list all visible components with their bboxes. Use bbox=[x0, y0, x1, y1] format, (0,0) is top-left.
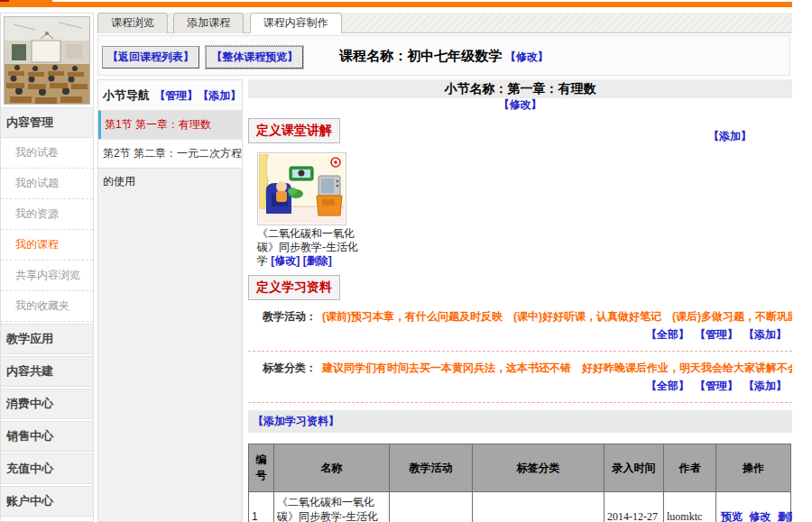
lecture-add-link[interactable]: 【添加】 bbox=[708, 129, 752, 144]
tab-bar: 课程浏览 添加课程 课程内容制作 bbox=[97, 13, 792, 33]
sidebar-section-content-management[interactable]: 内容管理 bbox=[1, 107, 93, 138]
materials-table: 编号 名称 教学活动 标签分类 录入时间 作者 操作 1 《二氧化碳和一氧化碳》… bbox=[248, 444, 791, 522]
lecture-thumbnail-delete-link[interactable]: [删除] bbox=[303, 254, 332, 267]
sidebar-section-recharge-center[interactable]: 充值中心 bbox=[1, 453, 93, 484]
activity-all-link[interactable]: 【全部】 bbox=[646, 328, 689, 341]
section-nav-item-1[interactable]: 第1节 第一章：有理数 bbox=[98, 110, 242, 139]
sidebar-item-my-favorites[interactable]: 我的收藏夹 bbox=[1, 291, 93, 322]
classroom-photo-image bbox=[5, 17, 89, 104]
table-header-row: 编号 名称 教学活动 标签分类 录入时间 作者 操作 bbox=[249, 444, 791, 492]
define-lecture-label: 定义课堂讲解 bbox=[248, 118, 340, 143]
classroom-photo bbox=[4, 16, 90, 105]
define-materials-row: 定义学习资料 bbox=[248, 275, 792, 300]
dashed-divider-1 bbox=[248, 351, 792, 352]
tags-add-link[interactable]: 【添加】 bbox=[743, 380, 787, 392]
col-tags: 标签分类 bbox=[473, 444, 604, 492]
row-delete-link[interactable]: 删除 bbox=[778, 510, 792, 522]
content-area: 小节名称：第一章：有理数 【修改】 定义课堂讲解 【添加】 bbox=[248, 79, 792, 522]
section-nav-title: 小节导航 bbox=[103, 88, 150, 102]
section-nav-panel: 小节导航 【管理】【添加】 第1节 第一章：有理数 第2节 第二章：一元二次方程… bbox=[97, 79, 243, 522]
cell-id: 1 bbox=[249, 492, 274, 522]
tags-manage-link[interactable]: 【管理】 bbox=[695, 380, 738, 392]
dashed-divider-2 bbox=[248, 402, 792, 403]
lecture-thumbnail[interactable] bbox=[257, 152, 346, 225]
main-area: 课程浏览 添加课程 课程内容制作 【返回课程列表】 【整体课程预览】 课程名称：… bbox=[97, 13, 792, 522]
row-modify-link[interactable]: 修改 bbox=[749, 510, 770, 522]
page: 内容管理 我的试卷 我的试题 我的资源 我的课程 共享内容浏览 我的收藏夹 教学… bbox=[0, 0, 812, 522]
tab-course-browse[interactable]: 课程浏览 bbox=[97, 13, 168, 33]
tag-category-label: 标签分类： bbox=[263, 362, 317, 374]
define-lecture-row: 定义课堂讲解 【添加】 bbox=[248, 118, 792, 143]
sidebar-menu: 内容管理 我的试卷 我的试题 我的资源 我的课程 共享内容浏览 我的收藏夹 教学… bbox=[1, 107, 93, 517]
sidebar-item-my-questions[interactable]: 我的试题 bbox=[1, 169, 93, 199]
table-row: 1 《二氧化碳和一氧化碳》同步教学-生活化学 2014-12-27 luomkt… bbox=[249, 492, 791, 522]
sidebar-section-teaching-apps[interactable]: 教学应用 bbox=[1, 324, 93, 354]
section-nav-header: 小节导航 【管理】【添加】 bbox=[98, 80, 242, 110]
cell-activity bbox=[390, 492, 473, 522]
lecture-item: 《二氧化碳和一氧化碳》同步教学-生活化学 [修改] [删除] bbox=[257, 152, 358, 268]
topbar-orange-tab bbox=[9, 0, 52, 7]
section-name-band: 小节名称：第一章：有理数 bbox=[248, 79, 792, 98]
col-name: 名称 bbox=[274, 444, 390, 492]
sidebar-section-consumption-center[interactable]: 消费中心 bbox=[1, 389, 93, 419]
teaching-activity-block: 教学活动：(课前)预习本章，有什么问题及时反映 (课中)好好听课，认真做好笔记 … bbox=[263, 309, 792, 343]
tag-category-block: 标签分类：建议同学们有时间去买一本黄冈兵法，这本书还不错 好好昨晚课后作业，明天… bbox=[263, 361, 792, 394]
sidebar-item-my-resources[interactable]: 我的资源 bbox=[1, 199, 93, 230]
col-author: 作者 bbox=[664, 444, 716, 492]
activity-add-link[interactable]: 【添加】 bbox=[743, 328, 787, 341]
col-activity: 教学活动 bbox=[390, 444, 473, 492]
tag-category-text: 建议同学们有时间去买一本黄冈兵法，这本书还不错 好好昨晚课后作业，明天我会给大家… bbox=[322, 362, 792, 374]
section-name-modify-link[interactable]: 【修改】 bbox=[499, 98, 542, 111]
course-header-band: 【返回课程列表】 【整体课程预览】 课程名称：初中七年级数学 【修改】 bbox=[97, 35, 790, 76]
sidebar-item-my-papers[interactable]: 我的试卷 bbox=[1, 138, 93, 169]
lecture-thumbnail-modify-link[interactable]: [修改] bbox=[271, 254, 300, 267]
course-title-wrap: 课程名称：初中七年级数学 【修改】 bbox=[98, 48, 789, 65]
sidebar-item-my-courses[interactable]: 我的课程 bbox=[1, 230, 93, 261]
section-nav-item-2[interactable]: 第2节 第二章：一元二次方程 bbox=[98, 139, 242, 168]
tag-category-links: 【全部】【管理】【添加】 bbox=[263, 379, 792, 394]
tags-all-link[interactable]: 【全部】 bbox=[646, 380, 689, 392]
cell-date: 2014-12-27 bbox=[604, 492, 664, 522]
lecture-thumbnail-caption: 《二氧化碳和一氧化碳》同步教学-生活化学 [修改] [删除] bbox=[257, 227, 358, 268]
col-date: 录入时间 bbox=[604, 444, 664, 492]
course-name-modify-link[interactable]: 【修改】 bbox=[505, 50, 549, 63]
section-name-label: 小节名称：第一章：有理数 bbox=[445, 81, 596, 96]
cell-tags bbox=[473, 492, 604, 522]
teaching-activity-text: (课前)预习本章，有什么问题及时反映 (课中)好好听课，认真做好笔记 (课后)多… bbox=[322, 310, 792, 323]
sidebar-section-account-center[interactable]: 账户中心 bbox=[1, 486, 93, 517]
row-preview-link[interactable]: 预览 bbox=[721, 510, 743, 522]
sidebar-section-sales-center[interactable]: 销售中心 bbox=[1, 421, 93, 452]
col-id: 编号 bbox=[249, 444, 274, 492]
topbar-orange-bar bbox=[0, 2, 792, 7]
teaching-activity-line: 教学活动：(课前)预习本章，有什么问题及时反映 (课中)好好听课，认真做好笔记 … bbox=[263, 309, 792, 325]
cell-name: 《二氧化碳和一氧化碳》同步教学-生活化学 bbox=[274, 492, 390, 522]
sidebar-section-content-co-build[interactable]: 内容共建 bbox=[1, 356, 93, 387]
section-nav-add-link[interactable]: 【添加】 bbox=[198, 89, 241, 102]
section-nav-manage-link[interactable]: 【管理】 bbox=[154, 89, 198, 102]
section-name-modify-row: 【修改】 bbox=[248, 98, 792, 113]
lecture-thumbnail-image bbox=[259, 154, 345, 224]
col-operations: 操作 bbox=[716, 444, 791, 492]
teaching-activity-label: 教学活动： bbox=[263, 310, 317, 323]
tag-category-line: 标签分类：建议同学们有时间去买一本黄冈兵法，这本书还不错 好好昨晚课后作业，明天… bbox=[263, 361, 792, 376]
activity-manage-link[interactable]: 【管理】 bbox=[695, 328, 738, 341]
tab-course-content-creation[interactable]: 课程内容制作 bbox=[250, 13, 342, 33]
tab-add-course[interactable]: 添加课程 bbox=[173, 13, 244, 33]
sidebar: 内容管理 我的试卷 我的试题 我的资源 我的课程 共享内容浏览 我的收藏夹 教学… bbox=[0, 13, 94, 522]
add-material-bar: 【添加学习资料】 bbox=[248, 410, 792, 433]
cell-author: luomktc bbox=[664, 492, 716, 522]
add-material-button[interactable]: 【添加学习资料】 bbox=[253, 415, 339, 427]
section-nav-box: 小节导航 【管理】【添加】 第1节 第一章：有理数 第2节 第二章：一元二次方程 bbox=[98, 80, 242, 169]
course-name-label: 课程名称：初中七年级数学 bbox=[339, 48, 502, 63]
sidebar-item-shared-content[interactable]: 共享内容浏览 bbox=[1, 261, 93, 291]
define-materials-label: 定义学习资料 bbox=[248, 275, 340, 300]
section-nav-item-2-wrapped-text: 的使用 bbox=[98, 169, 242, 195]
teaching-activity-links: 【全部】【管理】【添加】 bbox=[263, 327, 792, 343]
